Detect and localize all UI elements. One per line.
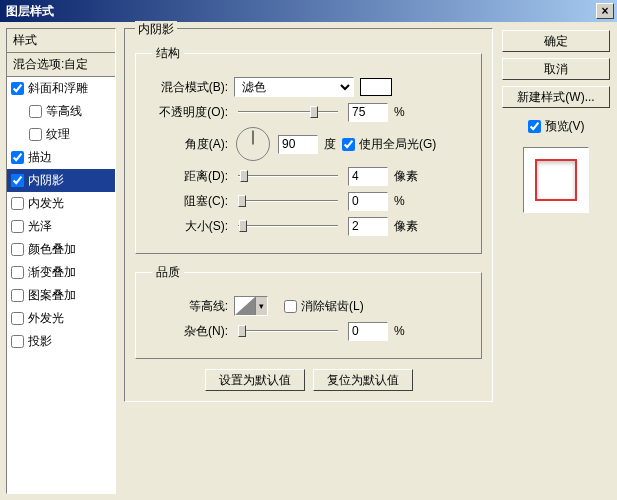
sidebar-item-label: 渐变叠加 [28,264,76,281]
sidebar-item[interactable]: 投影 [7,330,115,353]
distance-slider[interactable] [238,166,338,186]
pct-label: % [394,194,405,208]
sidebar-item-checkbox[interactable] [11,335,24,348]
sidebar-item-label: 描边 [28,149,52,166]
dialog-body: 样式 混合选项:自定 斜面和浮雕等高线纹理描边内阴影内发光光泽颜色叠加渐变叠加图… [0,22,617,500]
sidebar-item-label: 图案叠加 [28,287,76,304]
sidebar-item[interactable]: 内阴影 [7,169,115,192]
sidebar-item[interactable]: 图案叠加 [7,284,115,307]
sidebar-item[interactable]: 描边 [7,146,115,169]
title-bar: 图层样式 × [0,0,617,22]
sidebar-item-checkbox[interactable] [11,151,24,164]
structure-fieldset: 结构 混合模式(B): 滤色 不透明度(O): % 角度(A): [135,45,482,254]
choke-input[interactable] [348,192,388,211]
chevron-down-icon: ▾ [255,297,267,315]
make-default-button[interactable]: 设置为默认值 [205,369,305,391]
sidebar-item-label: 内发光 [28,195,64,212]
reset-default-button[interactable]: 复位为默认值 [313,369,413,391]
blend-mode-label: 混合模式(B): [148,79,228,96]
center-panel: 内阴影 结构 混合模式(B): 滤色 不透明度(O): % [124,28,493,494]
sidebar-item-checkbox[interactable] [11,220,24,233]
sidebar-item-checkbox[interactable] [11,312,24,325]
contour-picker[interactable]: ▾ [234,296,268,316]
sidebar-item[interactable]: 内发光 [7,192,115,215]
structure-legend: 结构 [152,45,184,62]
sidebar-item-checkbox[interactable] [11,197,24,210]
styles-sidebar: 样式 混合选项:自定 斜面和浮雕等高线纹理描边内阴影内发光光泽颜色叠加渐变叠加图… [6,28,116,494]
noise-label: 杂色(N): [148,323,228,340]
sidebar-item-checkbox[interactable] [29,105,42,118]
sidebar-item-checkbox[interactable] [11,82,24,95]
pct-label: % [394,324,405,338]
antialias-checkbox[interactable]: 消除锯齿(L) [284,298,364,315]
distance-label: 距离(D): [148,168,228,185]
px-label: 像素 [394,218,418,235]
sidebar-item[interactable]: 渐变叠加 [7,261,115,284]
opacity-input[interactable] [348,103,388,122]
sidebar-item[interactable]: 外发光 [7,307,115,330]
sidebar-item[interactable]: 颜色叠加 [7,238,115,261]
pct-label: % [394,105,405,119]
contour-label: 等高线: [148,298,228,315]
window-title: 图层样式 [6,3,54,20]
inner-shadow-panel: 内阴影 结构 混合模式(B): 滤色 不透明度(O): % [124,28,493,402]
opacity-slider[interactable] [238,102,338,122]
distance-input[interactable] [348,167,388,186]
sidebar-item-label: 内阴影 [28,172,64,189]
sidebar-item-label: 颜色叠加 [28,241,76,258]
sidebar-item-checkbox[interactable] [11,243,24,256]
size-input[interactable] [348,217,388,236]
sidebar-item-label: 等高线 [46,103,82,120]
degree-label: 度 [324,136,336,153]
sidebar-item-label: 斜面和浮雕 [28,80,88,97]
sidebar-item-checkbox[interactable] [11,174,24,187]
cancel-button[interactable]: 取消 [502,58,610,80]
sidebar-blend-options[interactable]: 混合选项:自定 [7,53,115,77]
quality-fieldset: 品质 等高线: ▾ 消除锯齿(L) 杂色(N): [135,264,482,359]
preview-checkbox[interactable]: 预览(V) [528,118,585,135]
angle-label: 角度(A): [148,136,228,153]
new-style-button[interactable]: 新建样式(W)... [502,86,610,108]
sidebar-item-label: 投影 [28,333,52,350]
preview-swatch [535,159,577,201]
sidebar-item-label: 外发光 [28,310,64,327]
sidebar-item-checkbox[interactable] [11,266,24,279]
global-light-checkbox[interactable]: 使用全局光(G) [342,136,436,153]
right-panel: 确定 取消 新建样式(W)... 预览(V) [501,28,611,494]
ok-button[interactable]: 确定 [502,30,610,52]
sidebar-item-label: 纹理 [46,126,70,143]
sidebar-item[interactable]: 纹理 [7,123,115,146]
angle-input[interactable] [278,135,318,154]
preview-box [523,147,589,213]
sidebar-item-checkbox[interactable] [11,289,24,302]
quality-legend: 品质 [152,264,184,281]
sidebar-item[interactable]: 斜面和浮雕 [7,77,115,100]
opacity-label: 不透明度(O): [148,104,228,121]
sidebar-header: 样式 [7,29,115,53]
sidebar-item[interactable]: 光泽 [7,215,115,238]
sidebar-item-label: 光泽 [28,218,52,235]
angle-dial[interactable] [236,127,270,161]
choke-slider[interactable] [238,191,338,211]
choke-label: 阻塞(C): [148,193,228,210]
noise-slider[interactable] [238,321,338,341]
panel-title: 内阴影 [135,21,177,38]
color-swatch[interactable] [360,78,392,96]
noise-input[interactable] [348,322,388,341]
sidebar-item-checkbox[interactable] [29,128,42,141]
size-slider[interactable] [238,216,338,236]
px-label: 像素 [394,168,418,185]
size-label: 大小(S): [148,218,228,235]
close-icon[interactable]: × [596,3,614,19]
blend-mode-select[interactable]: 滤色 [234,77,354,97]
sidebar-item[interactable]: 等高线 [7,100,115,123]
